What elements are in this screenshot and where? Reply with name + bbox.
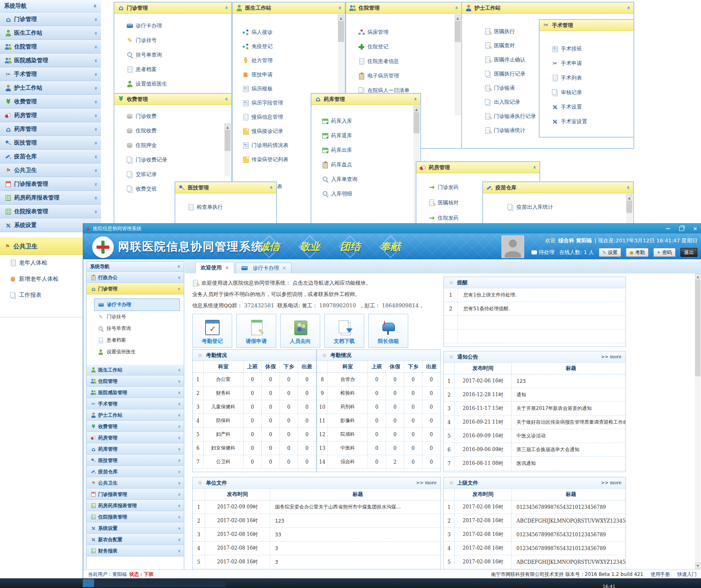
taskbar[interactable]: 16:41 bbox=[0, 578, 701, 588]
chevron-down-icon[interactable]: « bbox=[92, 18, 98, 21]
table-row[interactable]: 10 药剂科 0 0 0 0 bbox=[317, 400, 441, 414]
file-row[interactable]: 4 2017-02-08 16时 01234567899876543210123… bbox=[444, 542, 625, 555]
menu-item[interactable]: 药库入库 bbox=[311, 114, 420, 128]
chevron-down-icon[interactable]: « bbox=[92, 141, 98, 145]
menu-item[interactable]: 病人接诊 bbox=[233, 25, 345, 39]
notice-row[interactable]: 1 2017-02-06 16时 123 bbox=[444, 374, 625, 388]
scroll-up-icon[interactable]: ▲ bbox=[695, 273, 701, 280]
logout-button[interactable]: 退出 bbox=[680, 248, 697, 257]
table-row[interactable]: 14 综合科 0 2 0 0 bbox=[317, 455, 441, 469]
nav-item[interactable]: 住院管理 « bbox=[0, 40, 101, 54]
nav-item[interactable]: 药库管理 « bbox=[87, 443, 184, 455]
nav-item[interactable]: 医技管理 « bbox=[0, 136, 101, 150]
chevron-down-icon[interactable]: « bbox=[92, 128, 98, 131]
nav-item[interactable]: 医生工作站 « bbox=[87, 364, 184, 376]
chevron-down-icon[interactable]: « bbox=[177, 493, 181, 496]
collapse-icon[interactable]: « bbox=[269, 186, 274, 189]
table-row[interactable]: 1 办公室 0 0 0 0 bbox=[193, 373, 316, 386]
table-row[interactable]: 4 防保科 0 0 0 0 bbox=[193, 414, 316, 428]
menu-item[interactable]: 住院患者信息 bbox=[346, 54, 462, 69]
collapse-icon[interactable]: « bbox=[454, 6, 459, 9]
table-row[interactable]: 2 财务科 0 0 0 0 bbox=[193, 386, 316, 400]
chevron-down-icon[interactable]: « bbox=[177, 459, 181, 462]
submenu-item[interactable]: 门诊挂号 bbox=[94, 311, 180, 323]
notice-row[interactable]: 2 2016-12-28 11时 通知 bbox=[444, 388, 625, 402]
chevron-down-icon[interactable]: « bbox=[177, 402, 181, 405]
more-link[interactable]: >> more bbox=[416, 480, 437, 485]
menu-item[interactable]: 入库单查询 bbox=[311, 172, 420, 187]
nav-item[interactable]: 住院管理 « bbox=[87, 376, 184, 387]
chevron-down-icon[interactable]: « bbox=[177, 447, 181, 450]
nav-item[interactable]: 疫苗仓库 « bbox=[87, 466, 184, 477]
menu-item[interactable]: 诊疗卡办理 bbox=[114, 19, 231, 33]
file-row[interactable]: 5 2017-02-08 16时 3 bbox=[193, 555, 441, 569]
panel-dispensary-header[interactable]: 药房管理 « bbox=[416, 162, 539, 173]
nav-item[interactable]: 药房药库报表管理 « bbox=[0, 191, 101, 205]
more-link[interactable]: >> more bbox=[601, 354, 621, 359]
submenu-item[interactable]: 设置值班医生 bbox=[94, 346, 180, 358]
notice-row[interactable]: 6 2016-09-06 09时 第三届工会换届选举大会通知 bbox=[444, 443, 625, 457]
manual-link[interactable]: 使用手册 bbox=[651, 571, 670, 578]
nav-item[interactable]: 门诊报表管理 « bbox=[0, 177, 101, 191]
chevron-down-icon[interactable]: « bbox=[177, 481, 181, 484]
collapse-icon[interactable]: « bbox=[176, 265, 181, 268]
table-row[interactable]: 7 公卫科 0 0 0 0 bbox=[193, 455, 316, 469]
menu-item[interactable]: 药库出库 bbox=[311, 143, 420, 158]
nav-item[interactable]: 收费管理 « bbox=[0, 95, 101, 109]
menu-item[interactable]: 门诊收费 bbox=[114, 109, 231, 124]
menu-item[interactable]: 入库明细 bbox=[311, 187, 420, 201]
collapse-icon[interactable]: « bbox=[626, 6, 631, 9]
chevron-down-icon[interactable]: « bbox=[92, 196, 98, 200]
collapse-icon[interactable]: « bbox=[625, 186, 631, 189]
nav-item[interactable]: 系统设置 « bbox=[87, 523, 184, 534]
menu-item[interactable]: 疫苗出入库统计 bbox=[483, 200, 633, 214]
scroll-up-icon[interactable]: ▲ bbox=[455, 15, 461, 21]
panel-nurse-header[interactable]: 护士工作站 « bbox=[462, 2, 634, 14]
nav-item[interactable]: 住院报表管理 « bbox=[0, 205, 101, 218]
nav-item[interactable]: 药房管理 « bbox=[87, 432, 184, 443]
collapse-icon[interactable]: « bbox=[224, 97, 229, 101]
file-row[interactable]: 5 2017-02-08 16时 ABCDEFGHIJKLMNOPQRSTUVW… bbox=[444, 555, 625, 569]
avatar[interactable] bbox=[502, 235, 524, 258]
menu-item[interactable]: 免疫登记 bbox=[233, 39, 345, 53]
nav-item[interactable]: 护士工作站 « bbox=[87, 410, 184, 421]
menu-item[interactable]: 审核记录 bbox=[539, 85, 634, 100]
scroll-thumb[interactable] bbox=[413, 112, 420, 133]
scroll-up-icon[interactable]: ▲ bbox=[338, 15, 344, 21]
table-row[interactable]: 9 检验科 0 0 0 0 bbox=[317, 386, 441, 400]
panel-inpatient-header[interactable]: 住院管理 « bbox=[346, 2, 462, 14]
chevron-down-icon[interactable]: « bbox=[177, 425, 181, 428]
nav-item[interactable]: 药库管理 « bbox=[0, 122, 101, 136]
menu-item[interactable]: 药库盘点 bbox=[311, 158, 420, 172]
taskbar-app-button[interactable] bbox=[83, 579, 94, 587]
scroll-up-icon[interactable]: ▲ bbox=[626, 194, 632, 201]
nav-item[interactable]: 门诊报表管理 « bbox=[87, 489, 184, 500]
file-row[interactable]: 1 2017-02-09 09时 国务院安委会办公室关于山西省朔州市中煤集团担水… bbox=[193, 500, 441, 514]
panel-doctor-header[interactable]: 医生工作站 « bbox=[233, 2, 345, 14]
menu-item[interactable]: 处方管理 bbox=[233, 53, 345, 67]
scroll-thumb[interactable] bbox=[695, 279, 701, 376]
panel-vaccine-header[interactable]: 疫苗仓库 « bbox=[483, 182, 633, 193]
quick-button[interactable]: 请假申请 bbox=[236, 314, 276, 348]
menu-item[interactable]: 药库退库 bbox=[311, 128, 420, 143]
notice-row[interactable]: 4 2016-09-21 11时 关于做好自治区传染病报告管理质量调查迎检工作的… bbox=[444, 416, 625, 429]
chevron-up-icon[interactable]: « bbox=[177, 287, 181, 290]
nav-item[interactable]: 护士工作站 « bbox=[0, 81, 101, 95]
chevron-down-icon[interactable]: « bbox=[177, 470, 181, 473]
nav-item[interactable]: 医生工作站 « bbox=[0, 26, 101, 40]
collapse-icon[interactable]: « bbox=[413, 97, 418, 101]
quick-button[interactable]: 文档下载 bbox=[324, 314, 364, 348]
chevron-down-icon[interactable]: « bbox=[92, 169, 98, 172]
nav-item[interactable]: 财务报表 « bbox=[87, 545, 184, 556]
nav-item[interactable]: 医院感染管理 « bbox=[87, 387, 184, 398]
panel-medtech-header[interactable]: 医技管理 « bbox=[175, 182, 276, 193]
nav-item[interactable]: 公共卫生 « bbox=[87, 477, 184, 489]
chevron-down-icon[interactable]: « bbox=[177, 368, 181, 371]
restore-button[interactable] bbox=[679, 227, 684, 231]
scrollbar[interactable]: ▲ bbox=[225, 124, 231, 176]
notice-row[interactable]: 7 2016-08-11 08时 医讯通知 bbox=[444, 457, 625, 470]
chevron-down-icon[interactable]: « bbox=[177, 414, 181, 416]
nav-item[interactable]: 收费管理 « bbox=[87, 421, 184, 432]
nav-item[interactable]: 住院报表管理 « bbox=[87, 511, 184, 523]
close-button[interactable]: ✕ bbox=[693, 226, 697, 232]
